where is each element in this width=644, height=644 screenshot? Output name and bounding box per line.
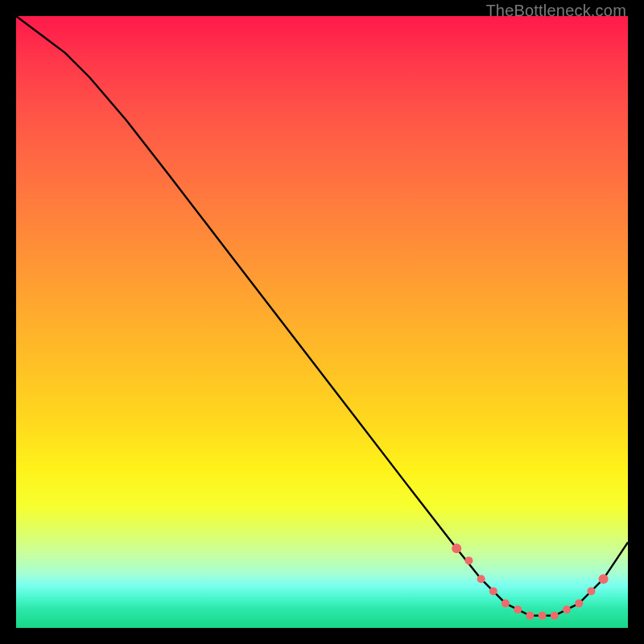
highlight-dot [575, 600, 583, 608]
plot-area [16, 16, 628, 628]
curve-layer [16, 16, 628, 628]
highlight-dot [502, 600, 510, 608]
highlight-dot [452, 543, 461, 553]
highlight-dot [599, 574, 609, 584]
highlight-dot [587, 587, 595, 595]
highlight-dot [464, 556, 473, 564]
highlight-dot [539, 612, 547, 620]
bottleneck-curve-path [16, 16, 628, 616]
highlight-dot [477, 575, 485, 583]
chart-stage: TheBottleneck.com [0, 0, 644, 644]
highlight-dots-group [452, 543, 608, 620]
highlight-dot [551, 612, 559, 620]
highlight-dot [514, 605, 522, 613]
highlight-dot [563, 605, 571, 613]
highlight-dot [526, 612, 534, 620]
highlight-dot [489, 587, 497, 595]
